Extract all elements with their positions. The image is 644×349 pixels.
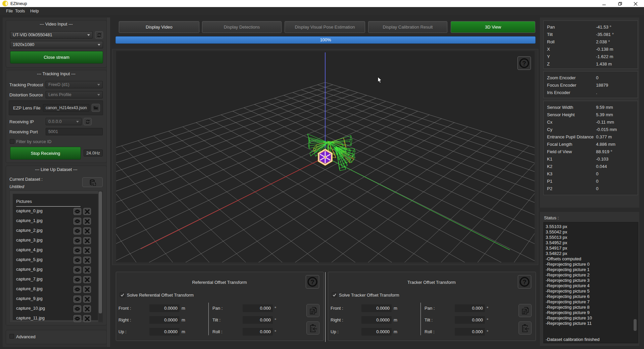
- svg-text:?: ?: [310, 278, 314, 286]
- svg-text:?: ?: [522, 60, 526, 67]
- svg-text:?: ?: [523, 278, 526, 286]
